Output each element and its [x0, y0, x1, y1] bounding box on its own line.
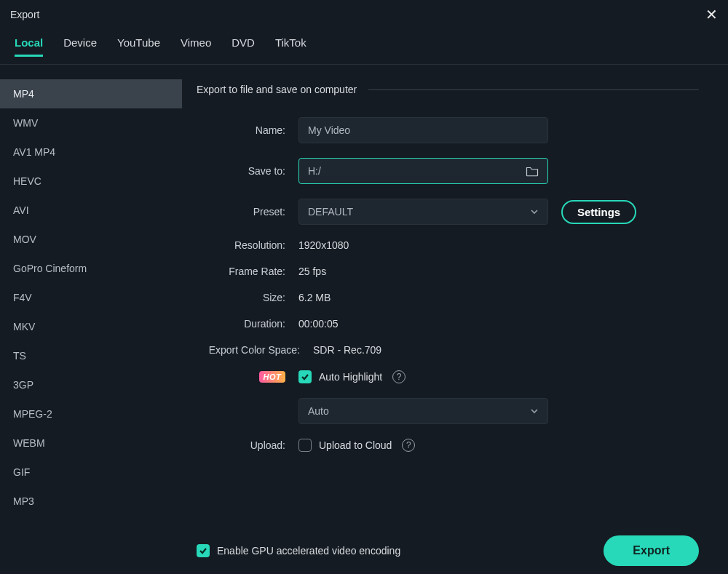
hot-badge: HOT: [259, 371, 285, 383]
format-item-mpeg-2[interactable]: MPEG-2: [0, 399, 182, 428]
format-sidebar: MP4WMVAV1 MP4HEVCAVIMOVGoPro CineformF4V…: [0, 65, 182, 574]
format-item-ts[interactable]: TS: [0, 341, 182, 370]
size-label: Size:: [197, 292, 298, 303]
preset-value: DEFAULT: [308, 206, 353, 218]
format-item-mp3[interactable]: MP3: [0, 487, 182, 516]
format-item-mkv[interactable]: MKV: [0, 312, 182, 341]
format-item-gopro-cineform[interactable]: GoPro Cineform: [0, 254, 182, 283]
size-value: 6.2 MB: [298, 292, 331, 303]
format-item-mov[interactable]: MOV: [0, 225, 182, 254]
name-value: My Video: [308, 124, 350, 136]
framerate-value: 25 fps: [298, 266, 326, 277]
format-item-gif[interactable]: GIF: [0, 458, 182, 487]
tab-tiktok[interactable]: TikTok: [275, 33, 306, 57]
save-to-label: Save to:: [197, 165, 298, 177]
preset-select[interactable]: DEFAULT: [298, 199, 548, 225]
help-icon[interactable]: ?: [402, 439, 415, 452]
auto-highlight-select-value: Auto: [308, 405, 329, 417]
export-button[interactable]: Export: [604, 535, 699, 566]
framerate-label: Frame Rate:: [197, 266, 298, 277]
tab-device[interactable]: Device: [63, 33, 97, 57]
window-title: Export: [10, 9, 39, 20]
format-item-wmv[interactable]: WMV: [0, 108, 182, 137]
chevron-down-icon: [530, 407, 539, 415]
folder-icon[interactable]: [526, 165, 539, 177]
format-item-avi[interactable]: AVI: [0, 196, 182, 225]
format-item-f4v[interactable]: F4V: [0, 283, 182, 312]
format-item-webm[interactable]: WEBM: [0, 428, 182, 458]
format-item-mp4[interactable]: MP4: [0, 79, 182, 108]
auto-highlight-label: Auto Highlight: [319, 371, 382, 383]
format-item-av1-mp4[interactable]: AV1 MP4: [0, 137, 182, 167]
save-to-value: H:/: [308, 165, 321, 177]
main-panel: Export to file and save on computer Name…: [182, 65, 728, 574]
chevron-down-icon: [530, 207, 539, 216]
tab-youtube[interactable]: YouTube: [117, 33, 160, 57]
upload-label: Upload:: [197, 439, 298, 451]
settings-button[interactable]: Settings: [561, 200, 636, 224]
tab-local[interactable]: Local: [15, 33, 43, 57]
tab-dvd[interactable]: DVD: [232, 33, 255, 57]
tab-vimeo[interactable]: Vimeo: [181, 33, 211, 57]
format-item-3gp[interactable]: 3GP: [0, 370, 182, 399]
duration-value: 00:00:05: [298, 318, 339, 330]
duration-label: Duration:: [197, 318, 298, 330]
gpu-checkbox[interactable]: [197, 544, 210, 557]
save-to-input[interactable]: H:/: [298, 158, 548, 184]
auto-highlight-select[interactable]: Auto: [298, 398, 548, 424]
colorspace-label: Export Color Space:: [197, 344, 313, 356]
tab-bar: LocalDeviceYouTubeVimeoDVDTikTok: [0, 29, 728, 65]
upload-cloud-label: Upload to Cloud: [319, 439, 392, 451]
divider: [368, 89, 699, 90]
preset-label: Preset:: [197, 206, 298, 218]
colorspace-value: SDR - Rec.709: [313, 344, 381, 356]
upload-cloud-checkbox[interactable]: [298, 439, 312, 452]
name-input[interactable]: My Video: [298, 117, 548, 143]
format-item-hevc[interactable]: HEVC: [0, 167, 182, 196]
name-label: Name:: [197, 124, 298, 136]
close-icon[interactable]: ✕: [705, 7, 718, 22]
help-icon[interactable]: ?: [392, 370, 405, 383]
resolution-value: 1920x1080: [298, 239, 349, 251]
auto-highlight-checkbox[interactable]: [298, 370, 312, 383]
gpu-label: Enable GPU accelerated video encoding: [217, 545, 400, 557]
resolution-label: Resolution:: [197, 239, 298, 251]
section-heading: Export to file and save on computer: [197, 84, 357, 95]
